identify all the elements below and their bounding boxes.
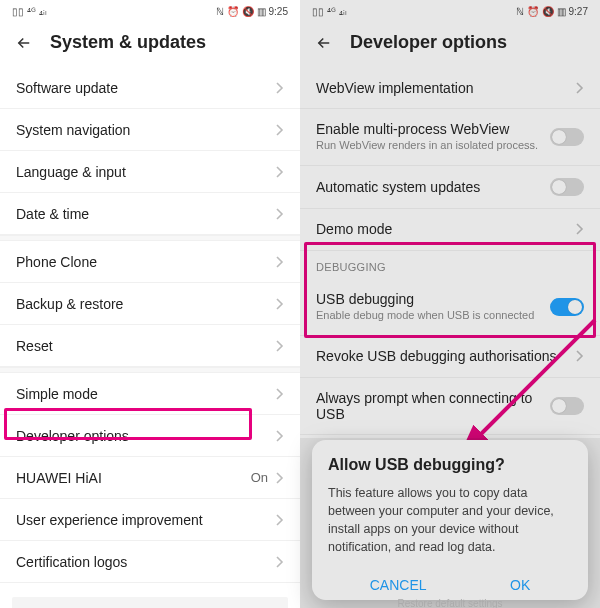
header: Developer options [300, 22, 600, 67]
restore-default-settings[interactable]: Restore default settings [300, 598, 600, 608]
row-always-prompt-usb[interactable]: Always prompt when connecting to USB [300, 378, 600, 435]
row-software-update[interactable]: Software update [0, 67, 300, 109]
status-icons: ℕ ⏰ 🔇 ▥ [516, 6, 565, 17]
chevron-right-icon [276, 430, 284, 442]
row-multiprocess-webview[interactable]: Enable multi-process WebViewRun WebView … [300, 109, 600, 166]
chevron-right-icon [276, 256, 284, 268]
back-icon[interactable] [14, 33, 34, 53]
chevron-right-icon [276, 556, 284, 568]
toggle[interactable] [550, 128, 584, 146]
chevron-right-icon [276, 298, 284, 310]
phone-developer-options: ▯▯ ⁴ᴳ ₄ᵢₗ ℕ ⏰ 🔇 ▥ 9:27 Developer options… [300, 0, 600, 608]
signal-icon: ▯▯ ⁴ᴳ ₄ᵢₗ [312, 6, 347, 17]
row-backup-restore[interactable]: Backup & restore [0, 283, 300, 325]
back-icon[interactable] [314, 33, 334, 53]
signal-icon: ▯▯ ⁴ᴳ ₄ᵢₗ [12, 6, 47, 17]
annotation-highlight-usb-debugging [304, 242, 596, 338]
footer-suggestions: Looking for other settings? Accessibilit… [12, 597, 288, 608]
status-bar: ▯▯ ⁴ᴳ ₄ᵢₗ ℕ ⏰ 🔇 ▥ 9:25 [0, 0, 300, 22]
chevron-right-icon [276, 472, 284, 484]
status-icons: ℕ ⏰ 🔇 ▥ [216, 6, 265, 17]
settings-list: Software update System navigation Langua… [0, 67, 300, 608]
chevron-right-icon [276, 208, 284, 220]
row-phone-clone[interactable]: Phone Clone [0, 241, 300, 283]
row-reset[interactable]: Reset [0, 325, 300, 367]
chevron-right-icon [576, 82, 584, 94]
chevron-right-icon [276, 124, 284, 136]
status-time: 9:27 [569, 6, 588, 17]
chevron-right-icon [276, 388, 284, 400]
row-user-experience[interactable]: User experience improvement [0, 499, 300, 541]
annotation-highlight-developer-options [4, 408, 252, 440]
usb-debugging-dialog: Allow USB debugging? This feature allows… [312, 440, 588, 600]
phone-system-updates: ▯▯ ⁴ᴳ ₄ᵢₗ ℕ ⏰ 🔇 ▥ 9:25 System & updates … [0, 0, 300, 608]
row-revoke-usb-auth[interactable]: Revoke USB debugging authorisations [300, 336, 600, 378]
row-webview-impl[interactable]: WebView implementation [300, 67, 600, 109]
row-date-time[interactable]: Date & time [0, 193, 300, 235]
row-certification-logos[interactable]: Certification logos [0, 541, 300, 583]
dialog-cancel-button[interactable]: CANCEL [360, 571, 437, 599]
dialog-body: This feature allows you to copy data bet… [328, 484, 572, 557]
row-system-navigation[interactable]: System navigation [0, 109, 300, 151]
status-time: 9:25 [269, 6, 288, 17]
chevron-right-icon [276, 166, 284, 178]
page-title: Developer options [350, 32, 507, 53]
row-huawei-hiai[interactable]: HUAWEI HiAIOn [0, 457, 300, 499]
row-language-input[interactable]: Language & input [0, 151, 300, 193]
toggle[interactable] [550, 178, 584, 196]
chevron-right-icon [276, 340, 284, 352]
chevron-right-icon [276, 82, 284, 94]
dialog-title: Allow USB debugging? [328, 456, 572, 474]
status-bar: ▯▯ ⁴ᴳ ₄ᵢₗ ℕ ⏰ 🔇 ▥ 9:27 [300, 0, 600, 22]
chevron-right-icon [576, 223, 584, 235]
toggle[interactable] [550, 397, 584, 415]
row-value: On [251, 470, 268, 485]
dialog-ok-button[interactable]: OK [500, 571, 540, 599]
chevron-right-icon [576, 350, 584, 362]
header: System & updates [0, 22, 300, 67]
chevron-right-icon [276, 514, 284, 526]
row-auto-system-updates[interactable]: Automatic system updates [300, 166, 600, 209]
page-title: System & updates [50, 32, 206, 53]
